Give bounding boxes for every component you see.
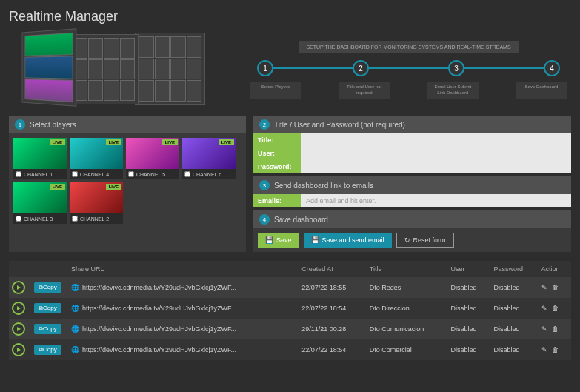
player-checkbox[interactable] [128,171,134,177]
table-row: ⧉Copy 🌐https://devivc.cdnmedia.tv/Y29udH… [9,277,571,298]
panel-title: Save dashboard [274,216,328,224]
panel-title: Title / User and Password (not required) [274,121,405,129]
created-cell: 29/11/21 00:28 [299,319,367,339]
emails-label: Emails: [253,194,301,207]
player-tile[interactable]: LIVE CHANNEL 1 [13,138,67,179]
save-icon: 💾 [311,236,319,244]
player-label: CHANNEL 3 [24,216,53,222]
step-caption: Select Players [250,82,301,99]
title-user-password-panel: 2Title / User and Password (not required… [253,116,571,173]
save-icon: 💾 [265,236,273,244]
title-cell: Dto Direccion [367,298,448,319]
copy-button[interactable]: ⧉Copy [34,345,61,355]
dashboard-preview [9,30,231,108]
col-created[interactable]: Created At [299,261,367,277]
edit-icon[interactable]: ✎ [541,305,547,312]
player-checkbox[interactable] [16,171,21,177]
col-share[interactable]: Share URL [68,261,299,277]
player-tile[interactable]: LIVE CHANNEL 2 [70,182,123,224]
user-input[interactable] [301,147,571,160]
title-cell: Dto Comunicacion [367,319,448,339]
live-badge: LIVE [219,139,234,145]
save-send-button[interactable]: 💾Save and send email [304,233,392,248]
url-text[interactable]: https://devivc.cdnmedia.tv/Y29udHJvbGxlc… [82,325,236,333]
live-badge: LIVE [162,139,178,145]
play-button[interactable] [12,343,25,356]
delete-icon[interactable]: 🗑 [552,346,559,353]
player-tile[interactable]: LIVE CHANNEL 5 [126,138,179,179]
user-cell: Disabled [448,319,491,339]
password-cell: Disabled [491,298,539,319]
edit-icon[interactable]: ✎ [541,346,547,353]
panel-title: Send dashboard link to emails [274,182,373,190]
created-cell: 22/07/22 18:54 [299,298,367,319]
live-badge: LIVE [50,139,65,145]
save-dashboard-panel: 4Save dashboard 💾Save 💾Save and send ema… [253,210,571,252]
page-title: Realtime Manager [9,9,571,24]
title-cell: Dto Comercial [367,339,448,360]
player-checkbox[interactable] [72,216,78,222]
emails-input[interactable] [301,194,571,207]
panel-number: 3 [259,180,270,190]
reset-button[interactable]: ↻Reset form [396,233,454,248]
delete-icon[interactable]: 🗑 [552,305,559,312]
panel-number: 4 [259,214,270,225]
created-cell: 22/07/22 18:54 [299,339,367,360]
player-label: CHANNEL 1 [24,172,53,177]
copy-button[interactable]: ⧉Copy [34,282,61,293]
password-cell: Disabled [491,339,539,360]
play-button[interactable] [12,322,25,336]
player-tile[interactable]: LIVE CHANNEL 3 [13,182,67,224]
edit-icon[interactable]: ✎ [541,284,547,291]
step-2: 2 [353,60,369,76]
password-cell: Disabled [491,319,539,339]
edit-icon[interactable]: ✎ [541,325,547,333]
panel-title: Select players [30,121,76,129]
table-row: ⧉Copy 🌐https://devivc.cdnmedia.tv/Y29udH… [9,339,571,360]
title-label: Title: [253,133,301,147]
player-checkbox[interactable] [72,171,78,177]
table-row: ⧉Copy 🌐https://devivc.cdnmedia.tv/Y29udH… [9,298,571,319]
user-cell: Disabled [448,339,491,360]
url-text[interactable]: https://devivc.cdnmedia.tv/Y29udHJvbGxlc… [82,346,236,353]
globe-icon: 🌐 [71,325,79,333]
player-label: CHANNEL 5 [136,172,165,177]
title-cell: Dto Redes [367,277,448,298]
url-text[interactable]: https://devivc.cdnmedia.tv/Y29udHJvbGxlc… [82,284,236,291]
table-row: ⧉Copy 🌐https://devivc.cdnmedia.tv/Y29udH… [9,319,571,339]
player-checkbox[interactable] [184,171,190,177]
delete-icon[interactable]: 🗑 [552,325,559,333]
player-tile[interactable]: LIVE CHANNEL 4 [70,138,123,179]
globe-icon: 🌐 [71,305,79,312]
col-action: Action [539,261,572,277]
delete-icon[interactable]: 🗑 [552,284,559,291]
col-password[interactable]: Password [491,261,539,277]
play-button[interactable] [12,302,25,315]
play-button[interactable] [12,281,25,294]
title-input[interactable] [301,133,571,147]
live-badge: LIVE [106,139,121,145]
step-1: 1 [257,60,273,76]
user-cell: Disabled [448,277,491,298]
step-4: 4 [544,60,560,76]
copy-button[interactable]: ⧉Copy [34,303,61,313]
player-tile[interactable]: LIVE CHANNEL 6 [182,138,236,179]
step-caption: Save Dashboard [516,82,567,99]
save-button[interactable]: 💾Save [258,233,299,248]
created-cell: 22/07/22 18:55 [299,277,367,298]
setup-label: SETUP THE DASHBOARD FOR MONITORING SYSTE… [299,41,518,53]
step-caption: Email User Submit Link Dashboard [427,82,479,99]
step-caption: Title and User not required [339,82,390,99]
live-badge: LIVE [106,184,121,190]
url-text[interactable]: https://devivc.cdnmedia.tv/Y29udHJvbGxlc… [82,305,236,312]
player-label: CHANNEL 6 [193,172,221,177]
player-checkbox[interactable] [16,216,21,222]
col-title[interactable]: Title [367,261,448,277]
player-label: CHANNEL 2 [80,216,109,222]
copy-button[interactable]: ⧉Copy [34,324,61,334]
dashboards-table: Share URL Created At Title User Password… [9,261,571,360]
col-user[interactable]: User [448,261,491,277]
password-input[interactable] [301,160,571,173]
password-label: Password: [253,160,301,173]
player-label: CHANNEL 4 [80,172,109,177]
